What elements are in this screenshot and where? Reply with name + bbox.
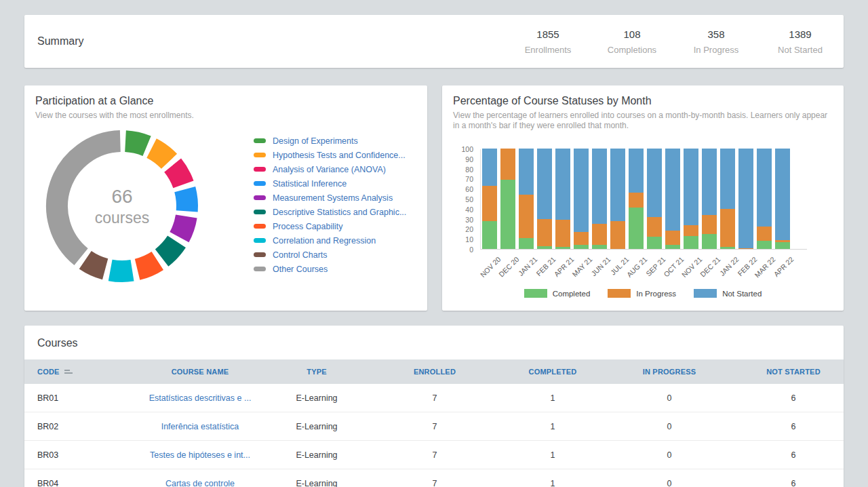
cell-code: BR04 [24, 479, 126, 487]
participation-card: Participation at a Glance View the cours… [24, 85, 427, 311]
donut-legend-item[interactable]: Descriptive Statistics and Graphic... [254, 205, 406, 219]
charts-row: Participation at a Glance View the cours… [24, 85, 844, 311]
stacked-bar[interactable] [775, 149, 790, 249]
donut-slice-4[interactable] [179, 216, 186, 237]
donut-chart [45, 129, 199, 284]
stacked-bar[interactable] [629, 149, 644, 249]
donut-slice-8[interactable] [85, 260, 105, 269]
stacked-bar[interactable] [757, 149, 772, 249]
legend-swatch-icon [254, 167, 266, 172]
bar-legend: CompletedIn ProgressNot Started [442, 289, 844, 298]
donut-slice-0[interactable] [125, 141, 147, 146]
stacked-bar[interactable] [482, 149, 497, 249]
bar-segment [702, 149, 717, 215]
legend-label: Other Courses [273, 265, 328, 274]
table-header-completed[interactable]: COMPLETED [510, 368, 595, 376]
table-header-not-started[interactable]: NOT STARTED [743, 368, 844, 376]
bar-segment [555, 220, 570, 247]
donut-slice-5[interactable] [162, 241, 177, 258]
bar-segment [592, 224, 607, 245]
bar-segment [665, 149, 680, 231]
donut-legend-item[interactable]: Analysis of Variance (ANOVA) [254, 162, 406, 176]
y-axis-label: 0 [448, 246, 473, 254]
stacked-bar[interactable] [574, 149, 589, 249]
course-name-link[interactable]: Cartas de controle [126, 479, 274, 487]
legend-swatch-icon [254, 181, 266, 186]
bar-segment [537, 149, 552, 219]
bar-segment [757, 149, 772, 227]
donut-slice-6[interactable] [138, 261, 158, 270]
stacked-bar[interactable] [665, 149, 680, 249]
y-axis-label: 40 [448, 206, 473, 214]
courses-title: Courses [24, 326, 844, 359]
bar-segment [574, 232, 589, 245]
stacked-bar[interactable] [500, 149, 515, 249]
donut-legend-item[interactable]: Process Capability [254, 219, 406, 233]
bar-legend-item[interactable]: In Progress [608, 289, 676, 298]
cell-completed: 1 [510, 422, 595, 431]
table-row[interactable]: BR03Testes de hipóteses e int...E-Learni… [24, 441, 844, 469]
bar-segment [574, 245, 589, 249]
stacked-bar[interactable] [702, 149, 717, 249]
legend-swatch-icon [254, 195, 266, 200]
dashboard-page: Summary 1855Enrollments108Completions358… [0, 0, 868, 487]
course-name-link[interactable]: Inferência estatística [126, 422, 274, 431]
donut-slice-1[interactable] [152, 148, 170, 161]
bar-segment [757, 227, 772, 241]
donut-legend-item[interactable]: Statistical Inference [254, 176, 406, 191]
cell-code: BR02 [24, 422, 126, 431]
table-header-enrolled[interactable]: ENROLLED [359, 368, 510, 376]
donut-slice-2[interactable] [173, 165, 184, 184]
legend-swatch-icon [608, 289, 631, 298]
y-axis-label: 70 [448, 175, 473, 183]
y-axis-label: 20 [448, 225, 473, 233]
bar-chart-area: 1009080706050403020100 CompletedIn Progr… [442, 85, 844, 311]
bar-legend-item[interactable]: Completed [524, 289, 591, 298]
stacked-bar[interactable] [537, 149, 552, 249]
table-header-code[interactable]: CODE [24, 368, 126, 376]
donut-legend-item[interactable]: Measurement Systems Analysis [254, 191, 406, 205]
bar-segment [684, 149, 698, 225]
donut-slice-9[interactable] [57, 141, 120, 257]
bar-segment [702, 215, 717, 234]
donut-slice-7[interactable] [111, 270, 132, 271]
table-header-type[interactable]: TYPE [274, 368, 359, 376]
table-row[interactable]: BR02Inferência estatísticaE-Learning7106 [24, 412, 844, 441]
table-row[interactable]: BR01Estatísticas descritivas e ...E-Lear… [24, 384, 844, 412]
donut-legend-item[interactable]: Design of Experiments [254, 134, 406, 148]
donut-legend-item[interactable]: Hypothesis Tests and Confidence... [254, 148, 406, 162]
y-axis-label: 80 [448, 165, 473, 174]
table-row[interactable]: BR04Cartas de controleE-Learning7106 [24, 469, 844, 487]
legend-swatch-icon [694, 289, 717, 298]
stacked-bar[interactable] [555, 149, 570, 249]
stacked-bar[interactable] [647, 149, 662, 249]
header-label: TYPE [307, 368, 327, 376]
courses-card: Courses CODECOURSE NAMETYPEENROLLEDCOMPL… [24, 326, 844, 487]
stacked-bar[interactable] [519, 149, 534, 249]
y-axis-label: 60 [448, 185, 473, 193]
stacked-bar[interactable] [610, 149, 625, 249]
legend-label: Hypothesis Tests and Confidence... [273, 151, 406, 160]
table-header-in-progress[interactable]: IN PROGRESS [595, 368, 743, 376]
sort-icon[interactable] [64, 370, 73, 374]
bar-segment [702, 234, 717, 249]
bar-legend-item[interactable]: Not Started [694, 289, 762, 298]
stacked-bar[interactable] [738, 149, 753, 249]
course-name-link[interactable]: Testes de hipóteses e int... [126, 450, 274, 460]
table-header-course-name[interactable]: COURSE NAME [126, 368, 274, 376]
stacked-bar[interactable] [684, 149, 698, 249]
legend-label: Design of Experiments [273, 136, 358, 146]
donut-legend-item[interactable]: Other Courses [254, 262, 406, 276]
y-axis-label: 100 [448, 145, 473, 153]
cell-enrolled: 7 [359, 450, 510, 460]
course-name-link[interactable]: Estatísticas descritivas e ... [126, 393, 274, 403]
stacked-bar[interactable] [592, 149, 607, 249]
stacked-bar[interactable] [720, 149, 735, 249]
donut-legend-item[interactable]: Correlation and Regression [254, 233, 406, 248]
donut-legend-item[interactable]: Control Charts [254, 248, 406, 262]
stat-label: Enrollments [506, 45, 590, 55]
donut-slice-3[interactable] [185, 189, 187, 211]
bar-segment [482, 186, 497, 221]
bar-segment [519, 238, 534, 249]
summary-stat: 1855Enrollments [506, 28, 590, 55]
